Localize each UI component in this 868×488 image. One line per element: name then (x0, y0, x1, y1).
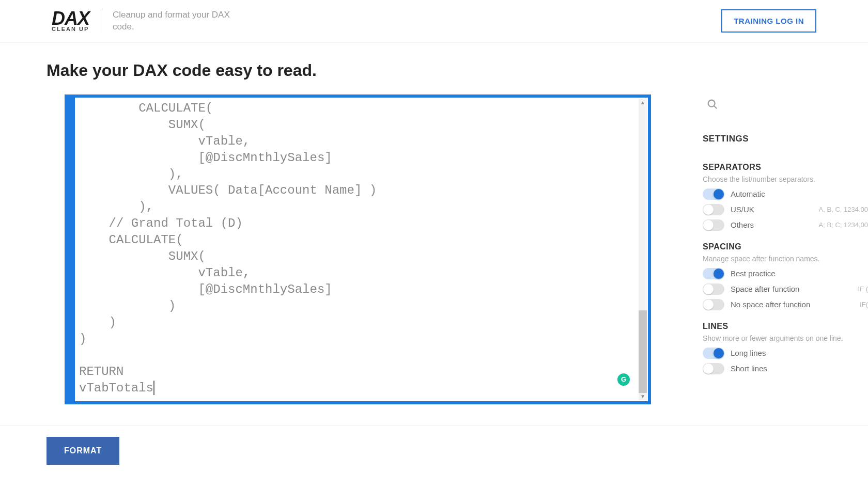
option-hint: A; B; C; 1234,00 (819, 221, 868, 229)
tagline: Cleanup and format your DAX code. (101, 9, 230, 33)
option-hint: IF ( (858, 285, 869, 293)
spacing-sub: Manage space after function names. (703, 255, 868, 263)
code-content[interactable]: CALCULATE( SUMX( vTable, [@DiscMnthlySal… (75, 98, 648, 399)
option-label: Long lines (731, 349, 868, 357)
option-label: Short lines (731, 364, 868, 373)
spacing-section: SPACING Manage space after function name… (703, 242, 868, 310)
footer: FORMAT (0, 425, 868, 476)
training-login-button[interactable]: TRAINING LOG IN (721, 9, 816, 33)
separators-heading: SEPARATORS (703, 163, 868, 172)
scrollbar-track[interactable]: ▲ ▼ (639, 99, 647, 400)
separators-section: SEPARATORS Choose the list/number separa… (703, 163, 868, 231)
toggle-short-lines[interactable] (703, 363, 724, 374)
content-row: CALCULATE( SUMX( vTable, [@DiscMnthlySal… (47, 95, 822, 404)
logo-main: DAX (52, 10, 89, 27)
option-label: Best practice (731, 269, 862, 278)
editor-gutter (68, 98, 75, 401)
editor-wrap: CALCULATE( SUMX( vTable, [@DiscMnthlySal… (47, 95, 651, 404)
separator-option-automatic: Automatic (703, 188, 868, 200)
spacing-option-no-space: No space after function IF( (703, 299, 868, 310)
search-icon[interactable] (707, 99, 868, 113)
toggle-automatic[interactable] (703, 188, 724, 200)
code-editor[interactable]: CALCULATE( SUMX( vTable, [@DiscMnthlySal… (65, 95, 651, 404)
text-cursor-icon (153, 381, 154, 395)
lines-heading: LINES (703, 322, 868, 331)
spacing-option-best: Best practice (703, 268, 868, 279)
toggle-space-after[interactable] (703, 284, 724, 295)
svg-point-0 (708, 100, 715, 107)
lines-sub: Show more or fewer arguments on one line… (703, 334, 868, 342)
option-label: Others (731, 221, 813, 229)
header: DAX CLEAN UP Cleanup and format your DAX… (0, 0, 868, 43)
option-label: No space after function (731, 300, 854, 309)
option-label: Space after function (731, 285, 852, 293)
format-button[interactable]: FORMAT (47, 437, 119, 465)
scrollbar-thumb[interactable] (639, 310, 647, 393)
editor-body[interactable]: CALCULATE( SUMX( vTable, [@DiscMnthlySal… (75, 98, 648, 401)
settings-panel: SETTINGS SEPARATORS Choose the list/numb… (703, 95, 868, 386)
separator-option-usuk: US/UK A, B, C, 1234.00 (703, 204, 868, 215)
toggle-others[interactable] (703, 219, 724, 231)
page-title: Make your DAX code easy to read. (47, 61, 822, 80)
separator-option-others: Others A; B; C; 1234,00 (703, 219, 868, 231)
option-hint: IF( (860, 301, 868, 308)
main: Make your DAX code easy to read. CALCULA… (0, 43, 868, 404)
toggle-no-space[interactable] (703, 299, 724, 310)
option-hint: A, B, C, 1234.00 (819, 206, 868, 213)
settings-title: SETTINGS (703, 134, 868, 144)
lines-option-long: Long lines (703, 348, 868, 359)
separators-sub: Choose the list/number separators. (703, 175, 868, 183)
scroll-down-icon[interactable]: ▼ (640, 393, 645, 399)
svg-line-1 (714, 106, 717, 108)
logo-sub: CLEAN UP (52, 26, 89, 32)
toggle-long-lines[interactable] (703, 348, 724, 359)
toggle-usuk[interactable] (703, 204, 724, 215)
lines-section: LINES Show more or fewer arguments on on… (703, 322, 868, 374)
spacing-option-space-after: Space after function IF ( (703, 284, 868, 295)
logo-area: DAX CLEAN UP Cleanup and format your DAX… (52, 9, 230, 33)
toggle-best-practice[interactable] (703, 268, 724, 279)
option-label: US/UK (731, 205, 813, 214)
option-label: Automatic (731, 190, 862, 198)
spacing-heading: SPACING (703, 242, 868, 251)
grammarly-icon[interactable]: G (617, 373, 630, 386)
logo: DAX CLEAN UP (52, 10, 89, 32)
lines-option-short: Short lines (703, 363, 868, 374)
scroll-up-icon[interactable]: ▲ (640, 100, 645, 105)
